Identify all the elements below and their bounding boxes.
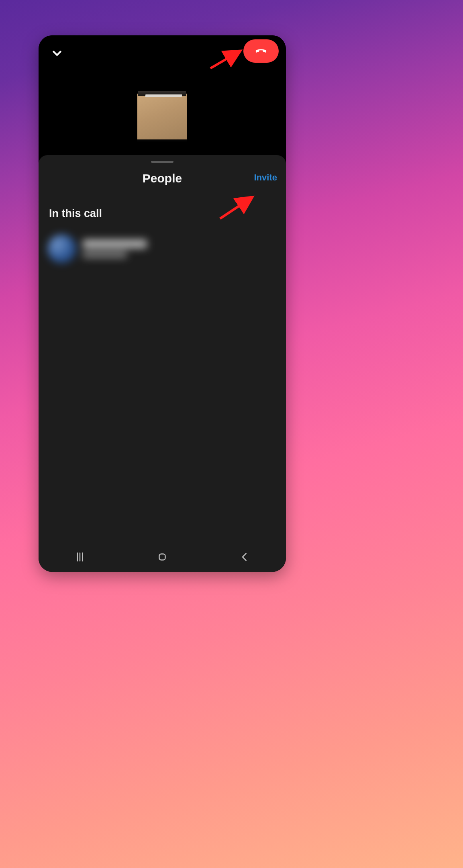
nav-back-button[interactable] xyxy=(233,548,257,568)
self-video-thumbnail[interactable] xyxy=(137,46,187,141)
video-call-area xyxy=(39,35,286,155)
chevron-down-icon xyxy=(51,47,63,61)
svg-rect-3 xyxy=(159,554,165,560)
nav-home-button[interactable] xyxy=(150,548,174,568)
sheet-title: People xyxy=(39,172,286,185)
sheet-drag-handle[interactable] xyxy=(151,161,173,163)
people-sheet: People Invite In this call xyxy=(39,155,286,572)
participant-name xyxy=(83,240,277,258)
android-nav-bar xyxy=(39,544,286,572)
home-icon xyxy=(156,551,168,565)
hangup-button[interactable] xyxy=(243,39,279,63)
sheet-header: People Invite xyxy=(39,172,286,196)
nav-recents-button[interactable] xyxy=(68,548,92,568)
back-icon xyxy=(239,551,251,565)
avatar xyxy=(47,234,76,263)
invite-link[interactable]: Invite xyxy=(254,172,277,183)
section-in-this-call: In this call xyxy=(39,196,286,225)
phone-hangup-icon xyxy=(254,43,268,59)
participant-row[interactable] xyxy=(47,227,277,270)
recents-icon xyxy=(74,551,86,565)
phone-frame: People Invite In this call xyxy=(39,35,286,572)
collapse-button[interactable] xyxy=(47,44,67,63)
